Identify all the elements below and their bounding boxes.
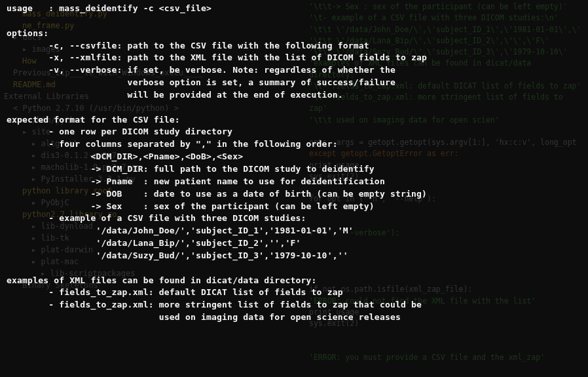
- usage-line: verbose option is set, a summary of succ…: [7, 77, 395, 87]
- usage-line: '/data/John_Doe/','subject_ID_1','1981-0…: [7, 226, 354, 235]
- code-ghost-line: 'ERROR: you must provide a CSV file and …: [309, 352, 584, 363]
- usage-line: -x, --xmlfile: path to the XML file with…: [7, 52, 427, 62]
- usage-line: will be provided at the end of execution…: [7, 90, 343, 100]
- usage-line: - example of a CSV file with three DICOM…: [7, 213, 306, 223]
- usage-line: -c, --csvfile: path to the CSV file with…: [7, 41, 369, 50]
- usage-line: -> Pname : new patient name to use for d…: [7, 176, 385, 186]
- usage-line: '/data/Suzy_Bud/','subject_ID_3','1979-1…: [7, 250, 348, 260]
- usage-line: used on imaging data for open science re…: [7, 312, 401, 322]
- usage-line: -v, --verbose: if set, be verbose. Note:…: [7, 65, 395, 75]
- code-ghost-line: [309, 341, 584, 352]
- usage-line: options:: [7, 28, 48, 38]
- usage-line: - fields_to_zap.xml: default DICAT list …: [7, 287, 343, 297]
- usage-line: - one row per DICOM study directory: [7, 127, 232, 136]
- usage-line: expected format for the CSV file:: [7, 115, 180, 125]
- usage-line: - four columns separated by "," in the f…: [7, 139, 338, 149]
- usage-line: examples of XML files can be found in di…: [7, 275, 317, 285]
- usage-line: -> Sex : sex of the participant (can be …: [7, 201, 375, 211]
- usage-line: - fields_to_zap.xml: more stringent list…: [7, 300, 422, 309]
- usage-line: -> DCM_DIR: full path to the DICOM study…: [7, 164, 375, 174]
- code-ghost-line: [309, 329, 584, 340]
- usage-line: '/data/Lana_Bip/','subject_ID_2','','F': [7, 238, 301, 248]
- usage-line: <DCM_DIR>,<Pname>,<DoB>,<Sex>: [7, 151, 243, 161]
- usage-docstring: usage : mass_deidentify -c <csv_file> op…: [0, 0, 588, 327]
- usage-line: -> DOB : date to use as a date of birth …: [7, 189, 427, 199]
- usage-line: usage : mass_deidentify -c <csv_file>: [7, 3, 211, 13]
